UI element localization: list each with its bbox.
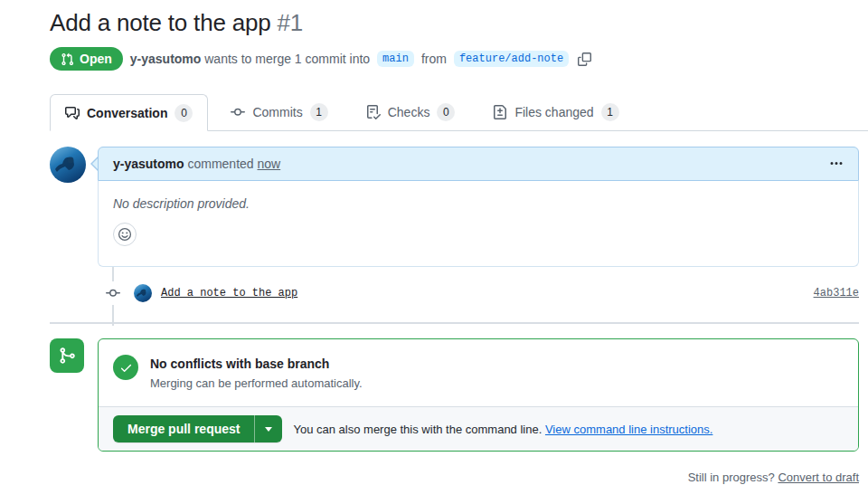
convert-to-draft-link[interactable]: Convert to draft [778,471,859,484]
merge-status-subtitle: Merging can be performed automatically. [150,376,363,390]
comment-discussion-icon [65,106,80,120]
cli-merge-text: You can also merge this with the command… [293,423,712,436]
comment-body: No description provided. [98,181,859,267]
git-merge-icon [50,338,84,373]
tab-files-changed[interactable]: Files changed 1 [477,93,634,130]
comment-timestamp-link[interactable]: now [258,157,281,171]
kebab-icon [829,157,844,171]
check-icon [113,355,138,380]
tab-count-badge: 1 [310,103,328,121]
caret-down-icon [265,427,272,432]
tab-checks[interactable]: Checks 0 [351,93,471,130]
pr-meta-row: Open y-yasutomo wants to merge 1 commit … [50,47,859,71]
comment-menu-button[interactable] [829,157,844,171]
pr-tab-nav: Conversation 0 Commits 1 Checks 0 [50,93,868,131]
merge-status-box: No conflicts with base branch Merging ca… [98,338,859,452]
tab-label: Commits [252,105,302,119]
page-title: Add a note to the app #1 [50,0,859,37]
status-badge: Open [50,47,123,71]
merge-section: No conflicts with base branch Merging ca… [50,338,859,452]
convert-to-draft-row: Still in progress? Convert to draft [50,471,859,484]
merge-status-row: No conflicts with base branch Merging ca… [99,339,858,406]
pr-timeline: y-yasutomo commented now No description … [50,147,859,324]
cli-merge-sentence: You can also merge this with the command… [293,423,542,436]
comment-author-link[interactable]: y-yasutomo [113,157,184,171]
merge-sentence: wants to merge 1 commit into [204,52,370,66]
pr-title-text: Add a note to the app [50,9,270,36]
merge-split-button: Merge pull request [113,415,282,442]
tab-label: Checks [388,105,430,119]
timeline-divider [50,322,859,324]
git-pull-request-icon [61,52,74,66]
comment-header: y-yasutomo commented now [98,147,859,181]
merge-status-title: No conflicts with base branch [150,355,363,371]
pr-description-comment: y-yasutomo commented now No description … [98,147,859,267]
tab-commits[interactable]: Commits 1 [215,93,343,130]
merge-pull-request-button[interactable]: Merge pull request [113,415,254,442]
commit-author-avatar[interactable] [134,284,152,302]
checklist-icon [366,105,381,119]
base-branch-label[interactable]: main [377,51,414,67]
merge-actions-bar: Merge pull request You can also merge th… [99,406,858,451]
tab-count-badge: 0 [175,104,193,122]
tab-count-badge: 1 [601,103,619,121]
merge-options-button[interactable] [254,415,282,442]
status-badge-label: Open [80,52,112,66]
avatar[interactable] [50,147,86,183]
comment-header-text: y-yasutomo commented now [113,157,280,171]
tab-label: Conversation [87,106,167,120]
pr-number: #1 [277,9,303,36]
cli-instructions-link[interactable]: View command line instructions. [545,423,712,436]
pr-meta-text: y-yasutomo wants to merge 1 commit into [130,52,370,66]
comment-action: commented [187,157,253,171]
git-commit-icon [231,105,245,119]
file-diff-icon [493,105,507,119]
commit-timeline-item: Add a note to the app 4ab311e [50,279,859,308]
pr-author-link[interactable]: y-yasutomo [130,52,202,66]
comment-body-text: No description provided. [113,196,844,211]
add-reaction-button[interactable] [113,223,137,246]
tab-label: Files changed [514,105,593,119]
pull-request-page: Add a note to the app #1 Open y-yasutomo… [0,0,868,504]
draft-question-text: Still in progress? [688,471,775,484]
commit-message-link[interactable]: Add a note to the app [161,287,297,300]
git-commit-icon [104,281,122,305]
tab-conversation[interactable]: Conversation 0 [50,94,208,131]
commit-sha-link[interactable]: 4ab311e [814,287,859,300]
smiley-icon [118,227,132,242]
merge-status-text: No conflicts with base branch Merging ca… [150,355,363,390]
copy-branch-button[interactable] [578,52,591,66]
from-word: from [421,52,447,66]
head-branch-label[interactable]: feature/add-note [454,51,569,67]
copy-icon [578,52,591,66]
tab-count-badge: 0 [437,103,455,121]
